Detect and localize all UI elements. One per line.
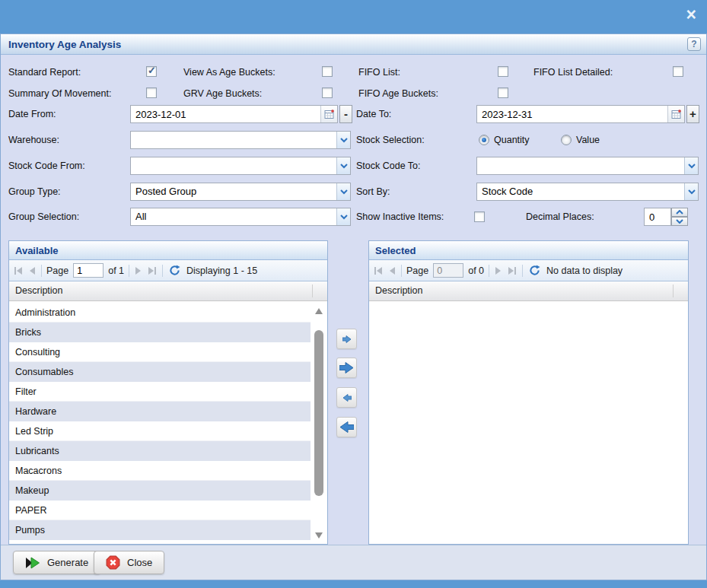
spinner-up-button[interactable] xyxy=(671,208,688,217)
selected-column-header[interactable]: Description xyxy=(369,281,688,301)
stock-code-to-label: Stock Code To: xyxy=(356,157,421,175)
page-word: Page xyxy=(46,265,68,276)
chevron-down-icon xyxy=(336,183,350,200)
application-window: × Inventory Age Analysis ? Standard Repo… xyxy=(0,0,707,588)
calendar-icon xyxy=(671,109,682,119)
first-page-button[interactable] xyxy=(13,265,24,276)
generate-button-label: Generate xyxy=(47,557,88,568)
list-item[interactable]: Pumps xyxy=(9,520,311,540)
dialog-footer: Generate Close xyxy=(1,545,706,580)
date-from-decrement-button[interactable]: - xyxy=(339,105,352,123)
toolbar-separator xyxy=(522,265,523,277)
move-all-right-button[interactable] xyxy=(336,358,357,378)
summary-of-movement-label: Summary Of Movement: xyxy=(8,87,111,100)
move-all-left-button[interactable] xyxy=(336,417,357,437)
standard-report-checkbox[interactable] xyxy=(146,66,157,77)
summary-of-movement-checkbox[interactable] xyxy=(146,87,157,98)
fifo-list-checkbox[interactable] xyxy=(498,66,508,77)
list-item[interactable]: Administration xyxy=(9,303,311,323)
page-word: Page xyxy=(406,265,428,276)
fifo-age-buckets-checkbox[interactable] xyxy=(498,87,508,98)
available-column-header[interactable]: Description xyxy=(9,281,327,301)
available-page-input[interactable] xyxy=(73,263,104,278)
list-item[interactable]: Makeup xyxy=(9,481,311,501)
decimal-places-label: Decimal Places: xyxy=(526,208,594,226)
stock-code-to-value xyxy=(477,157,684,174)
scroll-down-icon[interactable] xyxy=(315,532,323,539)
list-item[interactable]: Bricks xyxy=(9,323,311,342)
group-type-dropdown[interactable]: Posted Group xyxy=(130,183,351,201)
view-as-age-buckets-checkbox[interactable] xyxy=(322,66,333,77)
arrow-left-icon xyxy=(342,394,352,402)
next-page-button[interactable] xyxy=(134,265,142,276)
selected-panel: Selected Page of 0 No data to display De… xyxy=(368,240,689,545)
toolbar-separator xyxy=(41,265,42,277)
spinner-down-button[interactable] xyxy=(671,217,688,226)
group-type-label: Group Type: xyxy=(8,183,61,201)
warehouse-dropdown[interactable] xyxy=(130,131,351,149)
scrollbar-thumb[interactable] xyxy=(314,330,323,496)
stock-code-from-value xyxy=(131,157,336,174)
decimal-places-input[interactable] xyxy=(644,208,671,226)
fifo-list-detailed-label: FIFO List Detailed: xyxy=(533,66,613,78)
next-page-button[interactable] xyxy=(494,265,502,276)
available-toolbar: Page of 1 Displaying 1 - 15 xyxy=(9,260,327,281)
date-to-calendar-button[interactable] xyxy=(667,106,684,122)
date-to-input[interactable] xyxy=(477,106,667,122)
date-to-label: Date To: xyxy=(356,105,391,123)
chevron-down-icon xyxy=(684,157,698,174)
help-button[interactable]: ? xyxy=(687,37,701,51)
toolbar-separator xyxy=(129,265,129,277)
quantity-radio-label: Quantity xyxy=(494,131,530,149)
available-list-body: Administration Bricks Consulting Consuma… xyxy=(9,303,327,544)
last-page-button[interactable] xyxy=(147,265,158,276)
arrow-right-icon xyxy=(342,335,352,343)
first-page-button[interactable] xyxy=(373,265,384,276)
sort-by-label: Sort By: xyxy=(356,183,390,201)
list-item[interactable]: Lubricants xyxy=(9,441,311,461)
refresh-icon[interactable] xyxy=(167,263,182,278)
refresh-icon[interactable] xyxy=(527,263,542,278)
selected-status-text: No data to display xyxy=(546,265,623,276)
scroll-up-icon[interactable] xyxy=(315,308,323,314)
dialog-title: Inventory Age Analysis xyxy=(8,34,121,55)
dialog-header: Inventory Age Analysis ? xyxy=(1,34,706,55)
chevron-down-icon xyxy=(336,208,350,225)
grv-age-buckets-checkbox[interactable] xyxy=(322,87,333,98)
date-from-input[interactable] xyxy=(131,106,320,122)
quantity-radio[interactable] xyxy=(479,135,489,145)
date-to-increment-button[interactable]: + xyxy=(686,105,699,123)
show-inactive-items-label: Show Inactive Items: xyxy=(356,208,444,226)
window-close-icon[interactable]: × xyxy=(686,3,696,26)
available-scrollbar[interactable] xyxy=(313,304,326,542)
list-item[interactable]: Consumables xyxy=(9,362,311,382)
show-inactive-items-checkbox[interactable] xyxy=(474,211,485,222)
list-item[interactable]: Filter xyxy=(9,382,311,402)
chevron-down-icon xyxy=(336,132,350,148)
list-item[interactable]: Led Strip xyxy=(9,421,311,441)
move-right-button[interactable] xyxy=(336,329,357,349)
previous-page-button[interactable] xyxy=(28,265,37,276)
date-from-label: Date From: xyxy=(8,105,56,123)
group-selection-value: All xyxy=(131,208,336,225)
value-radio[interactable] xyxy=(561,135,572,145)
available-rows: Administration Bricks Consulting Consuma… xyxy=(9,303,311,540)
toolbar-separator xyxy=(162,265,163,277)
list-item[interactable]: Macacrons xyxy=(9,461,311,481)
stock-code-to-dropdown[interactable] xyxy=(476,157,699,175)
list-item[interactable]: Hardware xyxy=(9,402,311,421)
stock-code-from-dropdown[interactable] xyxy=(130,157,351,175)
fifo-list-detailed-checkbox[interactable] xyxy=(673,66,683,77)
group-selection-dropdown[interactable]: All xyxy=(130,208,351,226)
previous-page-button[interactable] xyxy=(388,265,396,276)
move-left-button[interactable] xyxy=(336,387,357,408)
date-from-calendar-button[interactable] xyxy=(320,106,337,122)
selected-page-input[interactable] xyxy=(433,263,463,278)
selected-panel-header: Selected xyxy=(369,241,688,260)
list-item[interactable]: PAPER xyxy=(9,501,311,520)
last-page-button[interactable] xyxy=(507,265,518,276)
generate-button[interactable]: Generate xyxy=(13,551,100,574)
close-button[interactable]: Close xyxy=(94,551,164,574)
sort-by-dropdown[interactable]: Stock Code xyxy=(476,183,699,201)
list-item[interactable]: Consulting xyxy=(9,342,311,362)
